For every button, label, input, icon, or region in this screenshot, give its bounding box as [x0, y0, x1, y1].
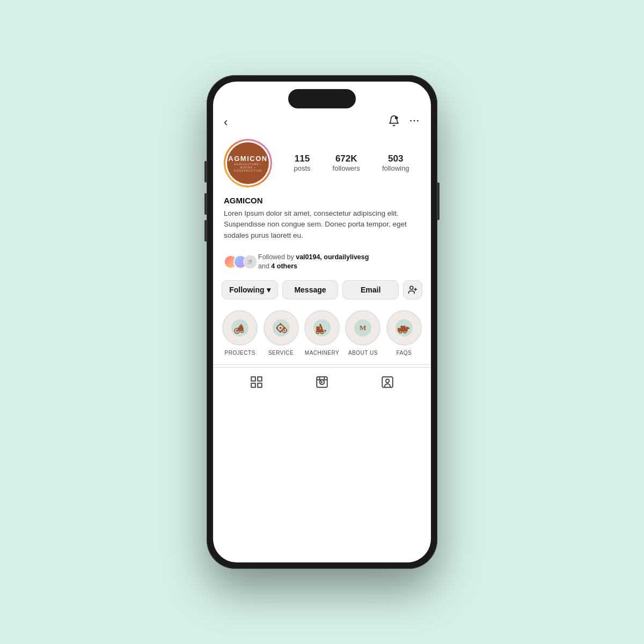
svg-point-3 [417, 120, 419, 122]
posts-label: posts [294, 164, 311, 173]
following-count: 503 [388, 153, 403, 164]
followed-by-others: 4 others [271, 262, 297, 270]
svg-point-1 [410, 120, 412, 122]
follower-avatar-3: 🗍 [243, 255, 257, 269]
highlight-faqs[interactable]: FAQS [386, 310, 422, 356]
posts-stat[interactable]: 115 posts [294, 153, 311, 173]
profile-bio: Loren Ipsum dolor sit amet, consectetur … [224, 208, 420, 241]
svg-point-4 [410, 286, 413, 289]
following-label: following [382, 164, 409, 173]
svg-rect-26 [281, 330, 282, 331]
highlight-label-about-us: ABOUT US [348, 350, 378, 356]
reels-icon[interactable] [315, 375, 329, 392]
svg-point-11 [236, 330, 238, 332]
bio-section: AGMICON Loren Ipsum dolor sit amet, cons… [213, 196, 431, 247]
followers-count: 672K [335, 153, 357, 164]
svg-point-23 [283, 330, 285, 331]
avatar-text: AGMICON [228, 155, 267, 163]
following-button[interactable]: Following ▾ [222, 280, 278, 299]
following-label: Following [229, 286, 264, 294]
svg-point-13 [241, 331, 243, 332]
action-buttons: Following ▾ Message Email [213, 280, 431, 310]
highlight-label-projects: PROJECTS [225, 350, 255, 356]
highlight-label-faqs: FAQS [396, 350, 412, 356]
avatar[interactable]: AGMICON AGRICULTURE • MINING • CONSTRUCT… [224, 139, 272, 187]
grid-posts-icon[interactable] [250, 375, 264, 392]
highlight-label-machinery: MACHINERY [305, 350, 339, 356]
dynamic-island [288, 89, 356, 108]
screen-content: ‹ [213, 108, 431, 562]
highlight-label-service: SERVICE [268, 350, 294, 356]
posts-count: 115 [295, 153, 310, 164]
svg-rect-45 [258, 377, 262, 381]
following-stat[interactable]: 503 following [382, 153, 409, 173]
highlight-service[interactable]: SERVICE [264, 310, 299, 356]
divider [213, 364, 431, 365]
followers-label: followers [333, 164, 360, 173]
followed-by-text: Followed by val0194, ourdailylivesg and … [258, 253, 369, 272]
svg-rect-20 [276, 327, 277, 328]
followed-by-section: 🗍 Followed by val0194, ourdailylivesg an… [213, 247, 431, 280]
followed-by-names: val0194, ourdailylivesg [296, 253, 369, 261]
notification-bell-icon[interactable] [388, 115, 400, 129]
svg-rect-39 [400, 326, 405, 329]
svg-rect-14 [241, 324, 242, 325]
svg-rect-54 [382, 377, 393, 387]
chevron-down-icon: ▾ [267, 286, 270, 294]
highlight-circle-about-us: M [345, 310, 380, 346]
svg-point-17 [279, 327, 281, 329]
svg-point-0 [395, 116, 398, 120]
svg-rect-27 [286, 330, 287, 331]
phone-frame: ‹ [207, 75, 437, 569]
svg-text:M: M [360, 324, 367, 332]
more-options-icon[interactable] [408, 115, 420, 129]
svg-point-2 [414, 120, 415, 122]
svg-rect-24 [283, 327, 285, 328]
email-button[interactable]: Email [342, 280, 399, 299]
highlight-about-us[interactable]: M ABOUT US [345, 310, 380, 356]
bottom-nav [213, 367, 431, 403]
email-label: Email [361, 286, 380, 294]
top-nav: ‹ [213, 108, 431, 134]
nav-actions [388, 115, 420, 129]
svg-rect-44 [251, 377, 255, 381]
stats-container: 115 posts 672K followers 503 following [283, 153, 420, 173]
svg-point-55 [386, 379, 390, 383]
highlight-projects[interactable]: PROJECTS [222, 310, 258, 356]
back-button[interactable]: ‹ [224, 115, 240, 129]
profile-header: AGMICON AGRICULTURE • MINING • CONSTRUCT… [213, 134, 431, 196]
message-button[interactable]: Message [282, 280, 339, 299]
highlight-circle-machinery [304, 310, 340, 346]
avatar-subtext: AGRICULTURE • MINING • CONSTRUCTION [227, 163, 269, 172]
follower-avatars: 🗍 [224, 255, 253, 269]
add-person-button[interactable] [403, 280, 422, 299]
svg-rect-25 [283, 332, 285, 333]
followers-stat[interactable]: 672K followers [333, 153, 360, 173]
svg-rect-9 [239, 325, 243, 328]
highlights-row: PROJECTS [213, 310, 431, 364]
svg-rect-18 [280, 323, 281, 325]
highlight-circle-projects [222, 310, 258, 346]
svg-marker-53 [321, 381, 323, 383]
phone-screen: ‹ [213, 82, 431, 562]
highlight-circle-faqs [386, 310, 422, 346]
svg-rect-19 [280, 331, 281, 333]
highlight-circle-service [264, 310, 299, 346]
svg-rect-34 [316, 326, 320, 330]
profile-username: AGMICON [224, 196, 420, 205]
svg-rect-47 [258, 383, 262, 387]
message-label: Message [294, 286, 326, 294]
svg-rect-46 [251, 383, 255, 387]
highlight-machinery[interactable]: MACHINERY [304, 310, 340, 356]
tagged-icon[interactable] [380, 375, 394, 392]
